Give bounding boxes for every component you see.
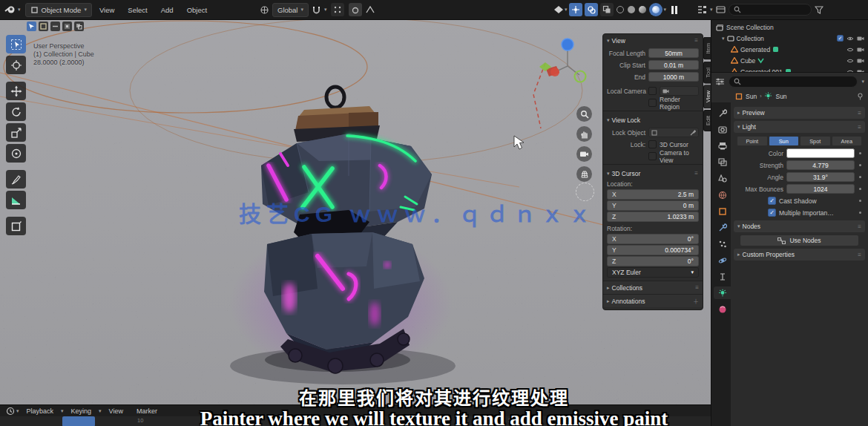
- cursor-x-field[interactable]: X 2.5 m: [607, 189, 699, 200]
- properties-editor-icon[interactable]: [715, 77, 725, 86]
- overlays-button[interactable]: [585, 3, 598, 16]
- menu-object[interactable]: Object: [181, 6, 213, 14]
- local-camera-field[interactable]: [660, 86, 699, 96]
- keyframe-dot-icon[interactable]: [859, 212, 861, 214]
- outliner-icon[interactable]: [697, 5, 707, 14]
- select-mode-set-button[interactable]: [27, 22, 36, 31]
- cursor-rx-field[interactable]: X 0°: [607, 234, 699, 244]
- keyframe-dot-icon[interactable]: [859, 188, 861, 190]
- filter-funnel-icon[interactable]: [815, 6, 823, 14]
- tool-rotate[interactable]: [6, 102, 26, 121]
- plus-icon[interactable]: ＋: [693, 297, 699, 305]
- tab-world[interactable]: [714, 189, 731, 201]
- lock-object-field[interactable]: [648, 128, 699, 137]
- annotations-panel-header[interactable]: ▸ Annotations ＋: [603, 294, 703, 307]
- select-mode-invert-button[interactable]: [62, 22, 72, 31]
- cast-shadow-checkbox[interactable]: [768, 197, 776, 205]
- orientation-dropdown[interactable]: Global ▾: [272, 3, 309, 17]
- tool-measure[interactable]: [6, 191, 26, 209]
- preview-panel-header[interactable]: ▸ Preview ≡: [734, 107, 865, 119]
- keyframe-dot-icon[interactable]: [859, 152, 861, 154]
- tab-material[interactable]: [714, 303, 731, 315]
- light-panel-header[interactable]: ▾ Light ≡: [734, 121, 865, 133]
- camera-to-view-checkbox[interactable]: [648, 152, 657, 160]
- tab-output[interactable]: [714, 140, 731, 152]
- toggle-perspective-button[interactable]: [576, 166, 592, 182]
- mode-dropdown[interactable]: Object Mode ▾: [25, 3, 92, 17]
- shading-solid-icon[interactable]: [628, 6, 635, 13]
- pin-icon[interactable]: [857, 93, 864, 100]
- light-type-area[interactable]: Area: [832, 136, 863, 146]
- use-nodes-button[interactable]: Use Nodes: [740, 235, 859, 246]
- select-mode-subtract-button[interactable]: [50, 22, 60, 31]
- view-lock-panel-header[interactable]: ▾ View Lock: [603, 114, 703, 126]
- shading-rendered-button[interactable]: [649, 3, 662, 16]
- move-view-button[interactable]: [576, 126, 592, 142]
- properties-search-input[interactable]: [729, 76, 858, 88]
- breadcrumb-object[interactable]: Sun: [746, 93, 757, 100]
- hide-render-icon[interactable]: [857, 47, 864, 53]
- render-region-checkbox[interactable]: [648, 99, 657, 107]
- light-type-spot[interactable]: Spot: [800, 136, 831, 146]
- tab-modifiers[interactable]: [714, 221, 731, 234]
- strength-field[interactable]: 4.779: [786, 160, 855, 170]
- tab-view-layer[interactable]: [714, 156, 731, 168]
- show-gizmo-button[interactable]: [569, 3, 582, 16]
- keyframe-dot-icon[interactable]: [859, 176, 861, 178]
- tool-scale[interactable]: [6, 123, 26, 142]
- tool-cursor[interactable]: [6, 56, 26, 74]
- cursor-ry-field[interactable]: Y 0.000734°: [607, 245, 699, 255]
- clip-start-field[interactable]: 0.01 m: [648, 60, 699, 70]
- collection-exclude-checkbox[interactable]: [837, 35, 844, 42]
- keyframe-dot-icon[interactable]: [859, 164, 861, 166]
- cursor-y-field[interactable]: Y 0 m: [607, 200, 699, 211]
- light-type-sun[interactable]: Sun: [769, 136, 800, 146]
- camera-view-button[interactable]: [576, 146, 592, 162]
- hide-viewport-icon[interactable]: [846, 47, 854, 53]
- cursor-z-field[interactable]: Z 1.0233 m: [607, 212, 699, 222]
- tool-transform[interactable]: [6, 144, 26, 163]
- rotation-mode-dropdown[interactable]: XYZ Euler ▾: [607, 267, 699, 278]
- hide-viewport-icon[interactable]: [846, 58, 854, 64]
- restrict-view-icon[interactable]: [846, 36, 854, 42]
- tool-add-cube[interactable]: [6, 217, 26, 235]
- shading-wireframe-icon[interactable]: [617, 6, 624, 13]
- tool-select-box[interactable]: [6, 35, 26, 53]
- multiple-importance-checkbox[interactable]: [768, 209, 776, 217]
- custom-properties-panel-header[interactable]: ▸ Custom Properties ≡: [734, 249, 865, 260]
- tool-annotate[interactable]: [6, 170, 26, 189]
- tab-object-data[interactable]: [714, 286, 731, 299]
- tab-render[interactable]: [714, 123, 731, 136]
- hide-render-icon[interactable]: [857, 58, 864, 64]
- magnet-snap-icon[interactable]: [312, 5, 321, 15]
- keyframe-dot-icon[interactable]: [859, 200, 861, 202]
- tool-move[interactable]: [6, 82, 26, 100]
- falloff-icon[interactable]: [366, 5, 375, 14]
- display-mode-icon[interactable]: [716, 5, 726, 14]
- pause-icon[interactable]: [671, 6, 677, 14]
- blender-logo-icon[interactable]: [4, 4, 16, 15]
- menu-view[interactable]: View: [93, 6, 120, 14]
- outliner-row-scene-collection[interactable]: Scene Collection: [711, 22, 868, 33]
- menu-select[interactable]: Select: [122, 6, 153, 14]
- view-panel-header[interactable]: ▾ View ≡: [603, 34, 703, 47]
- menu-add[interactable]: Add: [155, 6, 180, 14]
- light-type-point[interactable]: Point: [737, 136, 768, 146]
- shading-material-icon[interactable]: [639, 6, 646, 13]
- cursor-rz-field[interactable]: Z 0°: [607, 256, 699, 266]
- outliner-search-input[interactable]: [729, 4, 812, 16]
- select-mode-extend-button[interactable]: [39, 22, 48, 31]
- lock-3d-cursor-checkbox[interactable]: [648, 140, 657, 148]
- select-mode-intersect-button[interactable]: [74, 22, 84, 31]
- clip-end-field[interactable]: 1000 m: [648, 72, 699, 82]
- angle-field[interactable]: 31.9°: [786, 172, 855, 182]
- light-color-swatch[interactable]: [786, 148, 855, 158]
- cursor-panel-header[interactable]: ▾ 3D Cursor ≡: [603, 167, 703, 180]
- outliner-row-collection[interactable]: ▾ Collection: [711, 33, 868, 44]
- outliner-row-cube[interactable]: Cube: [711, 55, 868, 66]
- snap-target-button[interactable]: [331, 3, 344, 16]
- tab-particles[interactable]: [714, 237, 731, 250]
- collections-panel-header[interactable]: ▸ Collections ≡: [603, 281, 703, 294]
- xray-button[interactable]: [600, 3, 614, 16]
- max-bounces-field[interactable]: 1024: [786, 184, 855, 194]
